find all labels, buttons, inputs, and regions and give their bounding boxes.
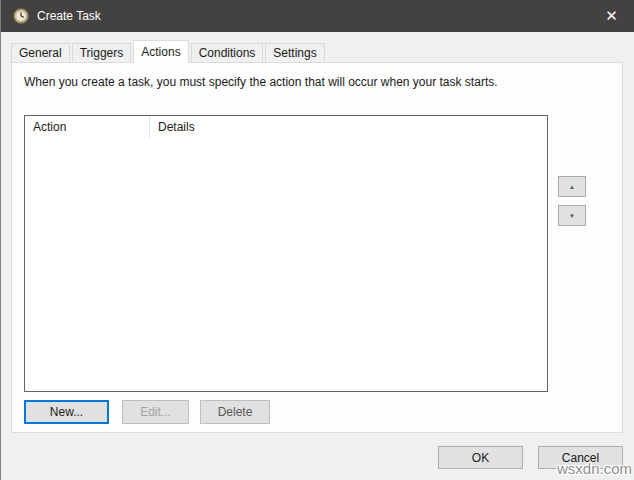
tab-settings[interactable]: Settings xyxy=(265,43,324,62)
ok-button[interactable]: OK xyxy=(438,446,523,469)
new-button[interactable]: New... xyxy=(24,400,109,424)
task-scheduler-clock-icon xyxy=(13,8,29,24)
tab-conditions[interactable]: Conditions xyxy=(191,43,264,62)
close-icon[interactable]: ✕ xyxy=(589,0,634,32)
create-task-dialog: Create Task ✕ General Triggers Actions C… xyxy=(0,0,634,480)
actions-tab-page: When you create a task, you must specify… xyxy=(11,62,623,433)
titlebar: Create Task ✕ xyxy=(1,0,634,32)
arrow-up-icon: ▲ xyxy=(569,184,575,190)
tab-strip: General Triggers Actions Conditions Sett… xyxy=(11,40,327,62)
page-description: When you create a task, you must specify… xyxy=(24,75,498,89)
move-up-button[interactable]: ▲ xyxy=(558,176,586,197)
window-title: Create Task xyxy=(37,9,101,23)
tab-triggers[interactable]: Triggers xyxy=(72,43,132,62)
tab-actions[interactable]: Actions xyxy=(133,40,188,63)
delete-button[interactable]: Delete xyxy=(200,400,270,424)
actions-list-header: Action Details xyxy=(25,116,547,138)
watermark: wsxdn.com xyxy=(557,460,632,477)
move-down-button[interactable]: ▼ xyxy=(558,205,586,226)
actions-list[interactable]: Action Details xyxy=(24,115,548,392)
edit-button[interactable]: Edit... xyxy=(122,400,189,424)
column-header-details[interactable]: Details xyxy=(150,116,547,138)
arrow-down-icon: ▼ xyxy=(569,213,575,219)
column-header-action[interactable]: Action xyxy=(25,116,150,138)
tab-general[interactable]: General xyxy=(11,43,70,62)
